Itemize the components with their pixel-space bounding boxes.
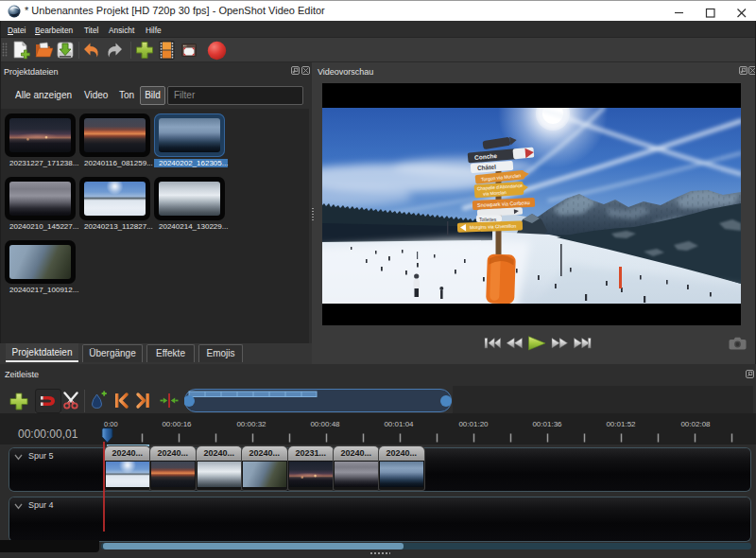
svg-text:Toilettes: Toilettes [479,217,497,222]
svg-text:Châtel: Châtel [477,164,496,171]
